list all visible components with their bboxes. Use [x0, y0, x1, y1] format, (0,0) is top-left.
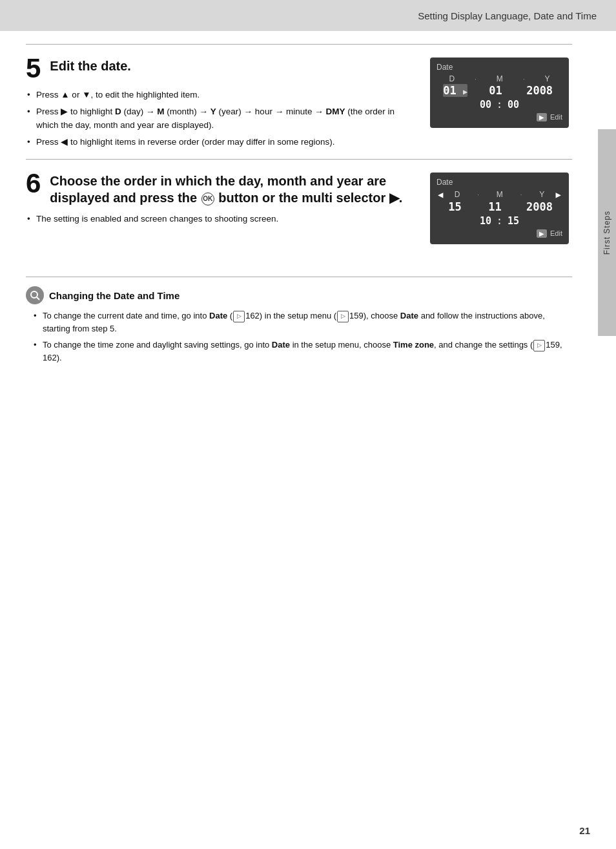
lcd-m-label: M	[497, 74, 503, 83]
lcd-edit-icon-6: ▶	[537, 229, 547, 238]
lcd-day-val: 01 ▶	[443, 84, 467, 97]
step-6-screen: Date ◀ D · M · Y ▶ 15	[430, 173, 572, 244]
lcd-month-val: 01	[484, 84, 507, 97]
lcd-edit-6: ▶ Edit	[436, 229, 562, 238]
lcd-time-row-6: 10 : 15	[436, 215, 562, 227]
step-5-screen: Date D · M · Y 01 ▶ 01	[430, 58, 572, 128]
step-5-section: 5 Edit the date. Press ▲ or ▼, to edit t…	[26, 44, 572, 159]
step-5-bullets: Press ▲ or ▼, to edit the highlighted it…	[26, 89, 417, 149]
step-5-title-text: Edit the date.	[50, 59, 131, 73]
footer-page-number: 21	[579, 825, 590, 836]
step-5-left: 5 Edit the date. Press ▲ or ▼, to edit t…	[26, 58, 417, 152]
note-icon	[26, 286, 44, 304]
bottom-note-section: Changing the Date and Time To change the…	[26, 277, 572, 381]
lcd-hour-val-6: 10	[477, 215, 495, 227]
step-6-title-text: Choose the order in which the day, month…	[50, 174, 402, 205]
lcd-min-val-6: 15	[504, 215, 522, 227]
lcd-d-label: D	[449, 74, 455, 83]
lcd-month-val-6: 11	[484, 200, 507, 213]
page: Setting Display Language, Date and Time …	[0, 0, 616, 849]
list-item: The setting is enabled and screen change…	[26, 213, 417, 225]
lcd-colon-6: :	[497, 215, 502, 227]
lcd-screen-5: Date D · M · Y 01 ▶ 01	[430, 58, 569, 128]
lcd-year-val: 2008	[524, 84, 556, 97]
step-6-bullets: The setting is enabled and screen change…	[26, 213, 417, 225]
lcd-time-row-5: 00 : 00	[436, 99, 562, 110]
lcd-dmy-header-6: D · M · Y	[443, 190, 555, 199]
list-item: To change the time zone and daylight sav…	[32, 339, 572, 364]
lcd-edit-label-6: Edit	[550, 229, 562, 237]
step-6-left: 6 Choose the order in which the day, mon…	[26, 173, 417, 229]
lcd-edit-label-5: Edit	[550, 113, 562, 121]
note-svg-icon	[29, 289, 41, 301]
lcd-day-val-6: 15	[444, 200, 467, 213]
list-item: Press ▶ to highlight D (day) → M (month)…	[26, 105, 417, 132]
lcd-edit-icon-5: ▶	[537, 113, 547, 121]
svg-line-1	[37, 297, 39, 300]
lcd-d-label-6: D	[455, 190, 460, 199]
list-item: Press ◀ to highlight items in reverse or…	[26, 136, 417, 149]
lcd-colon-5: :	[497, 99, 502, 110]
lcd-num-row-6: 15 11 2008	[436, 200, 562, 213]
lcd-y-label-6: Y	[539, 190, 544, 199]
svg-point-0	[31, 291, 37, 298]
lcd-dmy-header: D · M · Y	[436, 74, 562, 83]
lcd-dot1-6: ·	[477, 191, 479, 198]
lcd-year-val-6: 2008	[524, 200, 556, 213]
lcd-y-label: Y	[545, 74, 550, 83]
step-5-number: 5	[26, 58, 41, 82]
side-tab: First Steps	[598, 129, 616, 336]
step-5-title: 5 Edit the date.	[26, 58, 417, 82]
side-tab-label: First Steps	[602, 211, 611, 255]
note-title-row: Changing the Date and Time	[26, 286, 572, 304]
ref-icon: ▷	[233, 311, 245, 322]
lcd-screen-6: Date ◀ D · M · Y ▶ 15	[430, 173, 569, 244]
step-6-section: 6 Choose the order in which the day, mon…	[26, 159, 572, 251]
ref-icon: ▷	[533, 340, 545, 351]
ref-icon: ▷	[337, 311, 349, 322]
lcd-edit-5: ▶ Edit	[436, 113, 562, 121]
lcd-m-label-6: M	[497, 190, 503, 199]
list-item: To change the current date and time, go …	[32, 309, 572, 335]
note-title-text: Changing the Date and Time	[49, 290, 180, 301]
lcd-dot1: ·	[475, 75, 477, 83]
lcd-left-arrow-6: ◀	[438, 189, 443, 200]
lcd-dot2: ·	[523, 75, 525, 83]
lcd-label-5: Date	[436, 63, 562, 72]
lcd-right-arrow-6: ▶	[556, 189, 561, 200]
ok-button-icon: OK	[201, 193, 214, 205]
step-6-title: 6 Choose the order in which the day, mon…	[26, 173, 417, 206]
list-item: Press ▲ or ▼, to edit the highlighted it…	[26, 89, 417, 101]
lcd-day-number: 01	[443, 84, 456, 97]
step-6-number: 6	[26, 173, 41, 197]
lcd-num-row-5: 01 ▶ 01 2008	[436, 84, 562, 97]
lcd-hour-val: 00	[477, 99, 495, 110]
lcd-label-6: Date	[436, 178, 562, 187]
note-bullet-list: To change the current date and time, go …	[32, 309, 572, 364]
header-title: Setting Display Language, Date and Time	[418, 10, 597, 21]
lcd-min-val: 00	[504, 99, 522, 110]
page-header: Setting Display Language, Date and Time	[0, 0, 616, 31]
main-content: 5 Edit the date. Press ▲ or ▼, to edit t…	[0, 31, 598, 406]
lcd-dot2-6: ·	[520, 191, 522, 198]
